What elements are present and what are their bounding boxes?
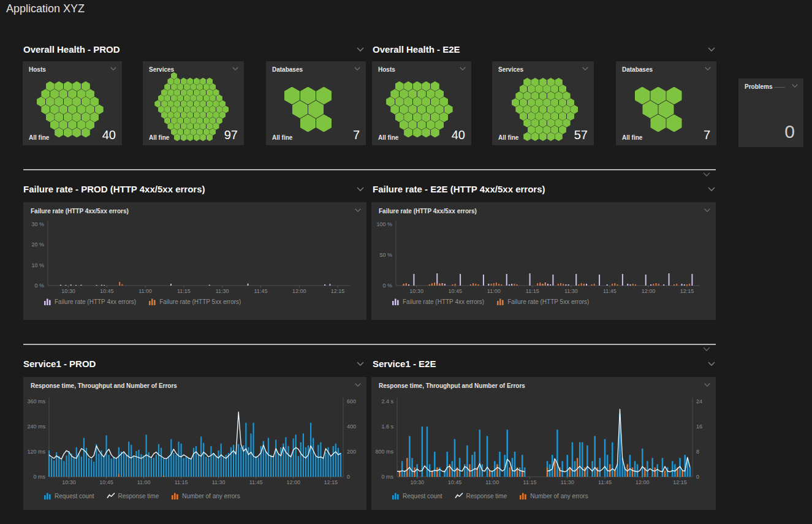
hexagon-healthy (413, 82, 422, 91)
hexagon-healthy (187, 112, 193, 119)
hexagon-healthy (177, 117, 183, 124)
hexagon-healthy (555, 119, 562, 127)
hexagon-healthy (512, 98, 519, 107)
chart-tile-service1-prod[interactable]: Response time, Throughput and Number of … (23, 377, 366, 510)
hexagon-healthy (535, 98, 542, 107)
chevron-down-icon[interactable] (354, 382, 362, 387)
chevron-down-icon[interactable] (791, 83, 799, 88)
hexagon-healthy (520, 112, 527, 120)
chevron-down-icon[interactable] (354, 66, 361, 71)
svg-text:30 %: 30 % (31, 221, 44, 227)
legend-item[interactable]: Request count (44, 492, 94, 499)
legend-item[interactable]: Number of any errors (519, 492, 588, 499)
health-tile-services-prod[interactable]: Services All fine 97 (143, 61, 244, 145)
hexagon-healthy (666, 87, 681, 105)
hexagon-healthy (194, 78, 200, 85)
hexagon-healthy (523, 91, 531, 100)
legend-item[interactable]: Failure rate (HTTP 5xx errors) (148, 298, 241, 305)
chevron-down-icon[interactable] (702, 346, 711, 352)
legend-item[interactable]: Failure rate (HTTP 4xx errors) (44, 298, 136, 305)
chevron-down-icon[interactable] (356, 186, 365, 192)
chevron-down-icon[interactable] (707, 186, 716, 192)
service-chart-e2e: 0 ms800 ms1.6 s2.4 s08162410:3010:4511:0… (371, 377, 716, 510)
hexagon-healthy (46, 82, 55, 91)
chevron-down-icon[interactable] (707, 361, 716, 366)
hexagon-healthy (422, 82, 430, 91)
hexagon-healthy (219, 100, 226, 107)
hexagon-healthy (563, 91, 570, 100)
hexagon-healthy (161, 112, 167, 119)
hexagon-healthy (422, 112, 430, 122)
svg-text:12:15: 12:15 (680, 288, 694, 294)
hexagon-healthy (635, 87, 650, 105)
chevron-down-icon[interactable] (707, 47, 716, 52)
chevron-down-icon[interactable] (582, 66, 589, 71)
hexagon-healthy (187, 89, 193, 96)
chevron-down-icon[interactable] (354, 208, 362, 213)
chart-tile-failure-prod[interactable]: Failure rate (HTTP 4xx/5xx errors) 0 %10… (23, 202, 366, 320)
chevron-down-icon[interactable] (704, 382, 711, 387)
svg-text:10:30: 10:30 (61, 288, 75, 294)
chart-tile-service1-e2e[interactable]: Response time, Throughput and Number of … (371, 377, 716, 510)
chevron-down-icon[interactable] (459, 66, 466, 71)
status-label: All fine (622, 134, 642, 141)
hexagon-healthy (197, 117, 203, 124)
hexagon-healthy (210, 83, 216, 91)
hexagon-healthy (571, 105, 578, 113)
hexagon-healthy (292, 101, 308, 118)
legend-item[interactable]: Failure rate (HTTP 5xx errors) (496, 298, 589, 305)
hexagon-healthy (37, 97, 45, 107)
section-header-service1-prod: Service1 - PROD (23, 359, 365, 369)
chart-tile-failure-e2e[interactable]: Failure rate (HTTP 4xx/5xx errors) 0 %50… (371, 202, 716, 320)
problems-tile[interactable]: Problems 0 (738, 78, 803, 147)
legend-item[interactable]: Failure rate (HTTP 4xx errors) (392, 298, 484, 305)
hexagon-healthy (200, 78, 206, 85)
svg-text:2.4 s: 2.4 s (381, 398, 393, 404)
section-divider (23, 344, 716, 345)
legend-item[interactable]: Number of any errors (171, 492, 240, 499)
svg-text:0: 0 (696, 474, 699, 480)
hexagon-healthy (77, 104, 86, 114)
hexagon-healthy (197, 106, 203, 113)
hexagon-healthy (86, 104, 94, 114)
hexagon-healthy (531, 78, 539, 86)
hexagon-healthy (547, 78, 555, 86)
entity-count: 57 (574, 129, 588, 141)
hexagon-healthy (82, 82, 90, 91)
hexagon-healthy (164, 83, 170, 91)
chevron-down-icon[interactable] (232, 66, 239, 71)
svg-text:11:45: 11:45 (254, 288, 268, 294)
hexagon-healthy (161, 89, 167, 96)
svg-text:11:15: 11:15 (177, 288, 191, 294)
health-tile-hosts-prod[interactable]: Hosts All fine 40 (23, 61, 122, 145)
hexagon-healthy (158, 94, 164, 102)
hexagon-healthy (539, 91, 547, 100)
hexagon-healthy (64, 97, 72, 107)
chart-title: Failure rate (HTTP 4xx/5xx errors) (379, 208, 477, 215)
hexagon-healthy (650, 87, 666, 105)
health-tile-databases-prod[interactable]: Databases All fine 7 (266, 61, 366, 145)
hexagon-healthy (658, 101, 674, 118)
health-tile-hosts-e2e[interactable]: Hosts All fine 40 (372, 61, 471, 145)
chevron-down-icon[interactable] (356, 361, 365, 366)
health-tile-databases-e2e[interactable]: Databases All fine 7 (616, 61, 716, 145)
svg-text:20 %: 20 % (31, 241, 44, 248)
hexagon-healthy (551, 98, 558, 107)
hexagon-healthy (72, 82, 81, 91)
legend-item[interactable]: Response time (107, 492, 159, 499)
hexagon-healthy (82, 112, 90, 122)
health-tile-services-e2e[interactable]: Services All fine 57 (492, 61, 594, 145)
chevron-down-icon[interactable] (702, 172, 711, 177)
svg-text:400: 400 (347, 423, 356, 430)
chevron-down-icon[interactable] (704, 208, 711, 213)
svg-text:10:45: 10:45 (99, 479, 113, 485)
hexagon-healthy (551, 112, 558, 120)
chevron-down-icon[interactable] (110, 66, 117, 71)
mini-line-chart-icon (455, 492, 463, 499)
legend-item[interactable]: Request count (392, 492, 442, 499)
hexagon-healthy (203, 83, 210, 91)
legend-item[interactable]: Response time (455, 492, 507, 499)
chevron-down-icon[interactable] (704, 66, 711, 71)
chevron-down-icon[interactable] (356, 47, 365, 52)
hexagon-healthy (187, 100, 193, 107)
